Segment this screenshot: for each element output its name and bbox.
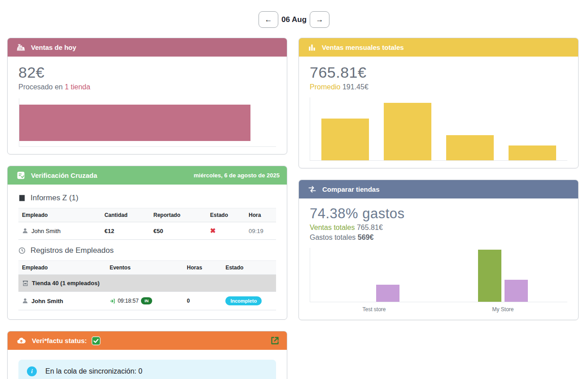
card-verificacion-cruzada: Verificación Cruzada miércoles, 6 de ago… <box>7 166 287 320</box>
ventas-hoy-bar <box>19 105 250 141</box>
processed-text: Procesado en <box>18 83 65 91</box>
sync-queue-info-box: i En la cola de sincronización: 0 <box>18 360 276 379</box>
store-group-row: Tienda 40 (1 empleados) <box>18 275 276 292</box>
ventas-mensuales-header: Ventas mensuales totales <box>299 38 578 57</box>
col-eventos: Eventos <box>106 261 183 275</box>
informes-z-title-row: Informes Z (1) <box>18 194 276 203</box>
card-title: Veri*factu status: <box>32 337 87 344</box>
hora-value: 09:19 <box>245 222 276 240</box>
store-group-label: Tienda 40 (1 empleados) <box>32 280 100 286</box>
ventas-hoy-subtitle: Procesado en 1 tienda <box>18 83 276 91</box>
compare-arrows-icon <box>308 185 316 194</box>
informes-z-table: Empleado Cantidad Reportado Estado Hora … <box>18 208 276 240</box>
test-store-gastos-bar <box>376 285 399 302</box>
col-empleado: Empleado <box>18 208 101 222</box>
estado-x-icon: ✖ <box>210 227 216 234</box>
verificacion-header: Verificación Cruzada miércoles, 6 de ago… <box>8 166 287 185</box>
person-icon <box>22 298 28 304</box>
verificacion-body: Informes Z (1) Empleado Cantidad Reporta… <box>8 185 287 319</box>
gastos-percent-headline: 74.38% gastos <box>310 206 567 222</box>
bar-chart-icon <box>308 44 316 52</box>
gastos-totales-line: Gastos totales 569€ <box>310 234 567 242</box>
prev-day-button[interactable]: ← <box>259 11 278 28</box>
informes-z-title: Informes Z (1) <box>31 194 79 203</box>
dashboard-grid: Ventas de hoy 82€ Procesado en 1 tienda … <box>0 28 588 379</box>
month-bar-2 <box>384 103 431 160</box>
registros-title-row: Registros de Empleados <box>18 246 276 255</box>
store-icon <box>22 280 29 286</box>
gastos-totales-label: Gastos totales <box>310 234 355 241</box>
col-horas: Horas <box>183 261 222 275</box>
card-title: Ventas de hoy <box>31 44 76 51</box>
col-cantidad: Cantidad <box>101 208 150 222</box>
employee-name: John Smith <box>31 298 63 304</box>
horas-value: 0 <box>183 292 222 310</box>
login-icon <box>110 298 115 304</box>
promedio-line: Promedio 191.45€ <box>310 83 567 91</box>
ventas-totales-line: Ventas totales 765.81€ <box>310 224 567 232</box>
gastos-totales-value: 569€ <box>358 234 374 241</box>
external-link-button[interactable] <box>270 336 280 345</box>
comparar-chart <box>310 248 567 302</box>
col-hora: Hora <box>245 208 276 222</box>
ventas-totales-value: 765.81€ <box>357 224 383 231</box>
card-ventas-de-hoy: Ventas de hoy 82€ Procesado en 1 tienda <box>7 38 287 154</box>
col-reportado: Reportado <box>150 208 206 222</box>
in-badge: IN <box>141 297 152 304</box>
current-date-label: 06 Aug <box>281 15 307 24</box>
chart-group-my-store <box>439 248 568 302</box>
my-store-label: My Store <box>439 306 567 313</box>
registros-title: Registros de Empleados <box>31 246 114 255</box>
promedio-value: 191.45€ <box>342 83 369 91</box>
col-estado: Estado <box>206 208 245 222</box>
promedio-label: Promedio <box>310 83 340 91</box>
info-icon: i <box>27 366 37 376</box>
month-bar-4 <box>509 145 556 160</box>
ventas-mensuales-chart <box>310 97 567 161</box>
cash-register-icon <box>17 43 25 52</box>
ventas-mensuales-body: 765.81€ Promedio 191.45€ <box>299 57 578 168</box>
card-verifactu-status: Veri*factu status: i En la cola de sincr… <box>7 331 287 379</box>
cantidad-value: €12 <box>101 222 150 240</box>
left-column: Ventas de hoy 82€ Procesado en 1 tienda … <box>7 38 287 379</box>
card-title: Verificación Cruzada <box>31 172 97 179</box>
person-icon <box>22 228 28 234</box>
month-bar-3 <box>446 135 494 160</box>
next-day-button[interactable]: → <box>310 11 329 28</box>
verificacion-date: miércoles, 6 de agosto de 2025 <box>194 172 280 179</box>
registros-header-row: Empleado Eventos Horas Estado <box>18 261 276 275</box>
clock-in-time: 09:18:57 <box>118 298 139 304</box>
reportado-value: €50 <box>150 222 206 240</box>
my-store-ventas-bar <box>478 250 501 302</box>
ventas-totales-label: Ventas totales <box>310 224 355 231</box>
my-store-gastos-bar <box>505 280 528 302</box>
comparar-header: Comparar tiendas <box>299 180 578 198</box>
checklist-icon <box>17 171 25 180</box>
clock-icon <box>18 247 26 254</box>
external-link-icon <box>270 336 280 345</box>
ventas-hoy-chart <box>19 98 276 147</box>
registros-table: Empleado Eventos Horas Estado Tienda 40 … <box>18 260 276 310</box>
verifactu-body: i En la cola de sincronización: 0 <box>8 350 287 379</box>
date-navigation: ← 06 Aug → <box>0 0 588 28</box>
informes-data-row: John Smith €12 €50 ✖ 09:19 <box>18 222 276 240</box>
sync-queue-text: En la cola de sincronización: 0 <box>45 367 142 375</box>
comparar-axis-labels: Test store My Store <box>310 306 567 313</box>
card-ventas-mensuales: Ventas mensuales totales 765.81€ Promedi… <box>298 38 579 168</box>
arrow-left-icon: ← <box>264 15 272 24</box>
card-title: Comparar tiendas <box>322 185 380 193</box>
registros-data-row: John Smith 09:18:57IN 0 Incompleto <box>18 292 276 310</box>
incompleto-badge: Incompleto <box>225 296 262 305</box>
check-badge-icon <box>92 336 101 345</box>
col-estado2: Estado <box>222 261 276 275</box>
informes-header-row: Empleado Cantidad Reportado Estado Hora <box>18 208 276 222</box>
tienda-link[interactable]: 1 tienda <box>65 83 90 91</box>
right-column: Ventas mensuales totales 765.81€ Promedi… <box>298 38 579 331</box>
employee-name: John Smith <box>31 228 61 234</box>
arrow-right-icon: → <box>316 15 324 24</box>
month-bar-1 <box>321 119 369 160</box>
verifactu-header: Veri*factu status: <box>8 331 287 350</box>
ventas-mensuales-total: 765.81€ <box>310 64 567 81</box>
report-list-icon <box>18 194 26 202</box>
test-store-label: Test store <box>310 306 439 313</box>
